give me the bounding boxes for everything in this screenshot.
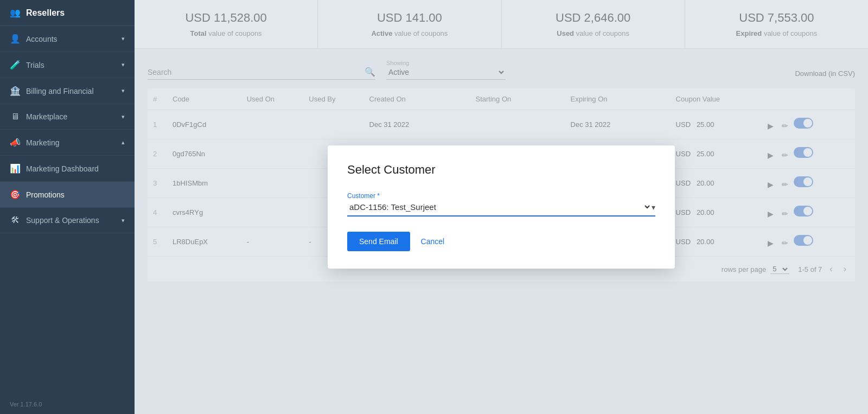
promotions-icon: 🎯: [10, 189, 21, 200]
chevron-up-icon: ▴: [122, 139, 125, 146]
sidebar-label-marketing: Marketing: [26, 138, 59, 147]
modal-overlay: Select Customer Customer * aDC-1156: Tes…: [135, 0, 868, 414]
trials-icon: 🧪: [10, 60, 21, 70]
sidebar-label-accounts: Accounts: [26, 35, 58, 43]
sidebar-item-marketplace[interactable]: 🖥 Marketplace ▾: [0, 104, 135, 130]
sidebar-label-trials: Trials: [26, 61, 44, 69]
marketing-icon: 📣: [10, 137, 21, 148]
sidebar-label-billing: Billing and Financial: [26, 87, 94, 95]
support-icon: 🛠: [10, 215, 21, 225]
dashboard-icon: 📊: [10, 163, 21, 174]
chevron-down-icon: ▾: [122, 217, 125, 224]
sidebar: 👥 Resellers 👤 Accounts ▾ 🧪 Trials ▾ 🏦 Bi…: [0, 0, 135, 414]
marketplace-icon: 🖥: [10, 112, 21, 122]
sidebar-label-marketing-dashboard: Marketing Dashboard: [26, 164, 99, 173]
sidebar-label-marketplace: Marketplace: [26, 112, 67, 121]
sidebar-label-promotions: Promotions: [26, 190, 65, 199]
billing-icon: 🏦: [10, 86, 21, 96]
customer-select-wrapper: aDC-1156: Test_Surjeet ▾: [347, 202, 655, 216]
chevron-down-icon: ▾: [122, 113, 125, 120]
sidebar-label-support: Support & Operations: [26, 216, 99, 225]
sidebar-item-promotions[interactable]: 🎯 Promotions: [0, 182, 135, 208]
chevron-down-icon: ▾: [122, 35, 125, 42]
resellers-icon: 👥: [10, 8, 21, 18]
cancel-button[interactable]: Cancel: [421, 237, 445, 246]
select-customer-modal: Select Customer Customer * aDC-1156: Tes…: [328, 145, 675, 269]
sidebar-item-accounts[interactable]: 👤 Accounts ▾: [0, 26, 135, 52]
main-content: USD 11,528.00 Total value of coupons USD…: [135, 0, 868, 414]
version-label: Ver 1.17.6.0: [0, 394, 135, 414]
sidebar-header: 👥 Resellers: [0, 0, 135, 26]
modal-actions: Send Email Cancel: [347, 232, 655, 251]
send-email-button[interactable]: Send Email: [347, 232, 410, 251]
sidebar-item-trials[interactable]: 🧪 Trials ▾: [0, 52, 135, 78]
sidebar-item-marketing[interactable]: 📣 Marketing ▴: [0, 130, 135, 156]
accounts-icon: 👤: [10, 34, 21, 44]
sidebar-item-billing[interactable]: 🏦 Billing and Financial ▾: [0, 78, 135, 104]
sidebar-item-marketing-dashboard[interactable]: 📊 Marketing Dashboard: [0, 156, 135, 182]
sidebar-title: Resellers: [26, 8, 65, 18]
sidebar-item-support[interactable]: 🛠 Support & Operations ▾: [0, 208, 135, 233]
customer-field-label: Customer *: [347, 192, 655, 200]
chevron-down-icon: ▾: [122, 61, 125, 68]
customer-select[interactable]: aDC-1156: Test_Surjeet: [347, 202, 652, 212]
chevron-down-icon: ▾: [122, 87, 125, 94]
modal-title: Select Customer: [347, 163, 655, 177]
chevron-down-icon: ▾: [652, 203, 655, 212]
